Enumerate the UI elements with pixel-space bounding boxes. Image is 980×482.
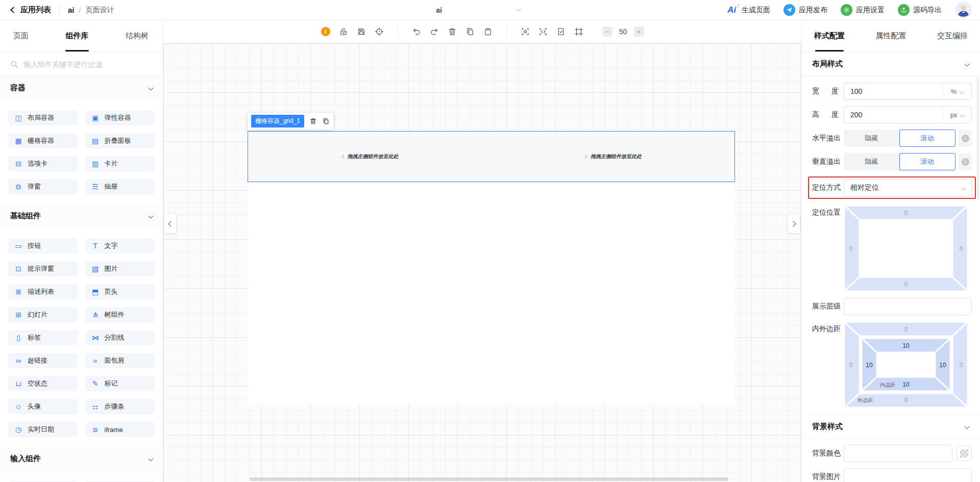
section-background-style[interactable]: 背景样式 (802, 414, 980, 439)
component-item-text[interactable]: T文字 (85, 238, 155, 253)
page-selector[interactable]: ai (357, 0, 521, 20)
code-icon[interactable] (538, 27, 548, 36)
search-input[interactable] (23, 60, 153, 68)
panel-scrollbar[interactable] (977, 78, 979, 200)
component-item-flex-container[interactable]: ▣弹性容器 (85, 110, 155, 125)
app-settings-button[interactable]: 应用设置 (841, 4, 885, 16)
tab-components[interactable]: 组件库 (66, 20, 89, 52)
padding-left-value[interactable]: 10 (866, 362, 873, 369)
info-icon[interactable] (962, 135, 969, 142)
padding-bottom-value[interactable]: 10 (902, 381, 910, 388)
overflow-x-scroll-option[interactable]: 滚动 (899, 130, 956, 147)
component-item-iframe[interactable]: ⧈iframe (85, 422, 155, 437)
collapse-left-panel-button[interactable] (164, 214, 176, 233)
width-input[interactable] (844, 87, 943, 95)
duplicate-icon[interactable] (322, 117, 330, 125)
component-item-marker[interactable]: ✎标记 (85, 376, 155, 391)
validate-icon[interactable] (556, 27, 566, 36)
component-item-page-header[interactable]: ⬒页头 (85, 284, 155, 299)
user-avatar[interactable] (955, 2, 972, 18)
component-item-divider[interactable]: ⋈分割线 (85, 330, 155, 345)
section-containers[interactable]: 容器 (0, 77, 163, 100)
tab-props-config[interactable]: 属性配置 (876, 20, 906, 52)
overflow-x-hide-option[interactable]: 隐藏 (844, 130, 899, 147)
generate-page-button[interactable]: Ai↑ 生成页面 (727, 5, 770, 15)
overflow-y-hide-option[interactable]: 隐藏 (844, 153, 899, 170)
zoom-out-button[interactable] (602, 27, 612, 37)
component-item-tag[interactable]: ▯标签 (8, 330, 78, 345)
canvas-grid-area[interactable]: 栅格容器_grid_1 ☝ 拖拽左侧组件放至此处 ☝ 拖拽左侧组件放至此处 (163, 43, 801, 482)
info-icon[interactable] (962, 158, 969, 166)
horizontal-scrollbar[interactable] (250, 477, 728, 481)
width-unit-select[interactable]: % (943, 83, 971, 99)
overflow-y-scroll-option[interactable]: 滚动 (899, 153, 956, 170)
lock-icon[interactable] (339, 27, 348, 36)
component-item-tree[interactable]: ⋔树组件 (85, 307, 155, 322)
component-item-steps[interactable]: ⚏步骤条 (85, 399, 155, 414)
component-item-collapse-panel[interactable]: ▤折叠面板 (85, 133, 155, 148)
position-top-value[interactable]: 0 (904, 210, 908, 217)
delete-icon[interactable] (448, 27, 457, 36)
selected-grid-container[interactable]: 栅格容器_grid_1 ☝ 拖拽左侧组件放至此处 ☝ 拖拽左侧组件放至此处 (248, 131, 735, 182)
collapse-right-panel-button[interactable] (788, 214, 800, 233)
tab-interaction[interactable]: 交互编排 (937, 20, 968, 52)
section-layout-style[interactable]: 布局样式 (802, 52, 980, 77)
page-artboard[interactable]: 栅格容器_grid_1 ☝ 拖拽左侧组件放至此处 ☝ 拖拽左侧组件放至此处 (248, 131, 735, 404)
position-box-diagram[interactable]: 0 0 0 0 (844, 205, 968, 292)
height-input[interactable] (844, 111, 943, 119)
position-left-value[interactable]: 0 (849, 245, 853, 252)
section-input-components[interactable]: 输入组件 (0, 447, 163, 471)
component-item-empty-state[interactable]: ⊔空状态 (8, 376, 78, 391)
position-right-value[interactable]: 0 (960, 245, 963, 252)
position-bottom-value[interactable]: 0 (904, 281, 908, 288)
drop-zone[interactable]: ☝ 拖拽左侧组件放至此处 (492, 132, 735, 182)
color-picker-button[interactable] (957, 446, 972, 461)
component-item-description-list[interactable]: ≣描述列表 (8, 284, 78, 299)
tab-structure-tree[interactable]: 结构树 (126, 20, 149, 52)
component-item-carousel[interactable]: ⊞幻灯片 (8, 307, 78, 322)
tab-pages[interactable]: 页面 (13, 20, 29, 52)
delete-icon[interactable] (309, 117, 317, 125)
padding-top-value[interactable]: 10 (902, 342, 910, 349)
margin-left-value[interactable]: 0 (849, 362, 853, 369)
component-item-hyperlink[interactable]: ∞超链接 (8, 353, 78, 368)
margin-bottom-value[interactable]: 0 (904, 396, 908, 403)
tab-style-config[interactable]: 样式配置 (814, 20, 845, 52)
component-item-modal[interactable]: ⧉弹窗 (8, 179, 78, 194)
source-export-button[interactable]: 源码导出 (898, 4, 942, 16)
z-index-input[interactable] (844, 302, 971, 311)
copy-icon[interactable] (465, 27, 475, 36)
component-item-avatar[interactable]: ☺头像 (8, 399, 78, 414)
component-item-card[interactable]: ▥卡片 (85, 156, 155, 171)
redo-icon[interactable] (430, 27, 439, 36)
component-item-message-modal[interactable]: ⊡提示弹窗 (8, 261, 78, 276)
component-item-drawer[interactable]: ☰抽屉 (85, 179, 155, 194)
component-item-button[interactable]: ▭按钮 (8, 238, 78, 253)
margin-right-value[interactable]: 0 (960, 362, 963, 369)
zoom-in-button[interactable] (634, 27, 644, 37)
frame-icon[interactable] (574, 27, 583, 36)
back-button[interactable]: 应用列表 (20, 5, 51, 15)
info-icon[interactable] (321, 27, 330, 36)
section-basic-components[interactable]: 基础组件 (0, 205, 163, 228)
background-image-input[interactable] (844, 473, 971, 481)
breadcrumb-app[interactable]: ai (68, 6, 75, 14)
paste-icon[interactable] (483, 27, 493, 36)
component-item-breadcrumb[interactable]: »面包屑 (85, 353, 155, 368)
drop-zone[interactable]: ☝ 拖拽左侧组件放至此处 (248, 132, 492, 182)
app-publish-button[interactable]: 应用发布 (783, 4, 827, 16)
padding-right-value[interactable]: 10 (939, 362, 946, 369)
target-icon[interactable] (375, 27, 384, 36)
margin-top-value[interactable]: 0 (904, 326, 908, 333)
component-item-image[interactable]: ▧图片 (85, 261, 155, 276)
background-color-input[interactable] (844, 449, 952, 458)
undo-icon[interactable] (412, 27, 421, 36)
save-icon[interactable] (357, 27, 366, 36)
selection-label[interactable]: 栅格容器_grid_1 (251, 115, 304, 128)
component-item-tabs[interactable]: ⊟选项卡 (8, 156, 78, 171)
height-unit-select[interactable]: px (943, 107, 971, 123)
preview-icon[interactable] (521, 27, 530, 36)
back-chevron-icon[interactable] (10, 7, 17, 13)
component-item-grid-container[interactable]: ▦栅格容器 (8, 133, 78, 148)
positioning-select[interactable]: 相对定位 (844, 179, 972, 196)
